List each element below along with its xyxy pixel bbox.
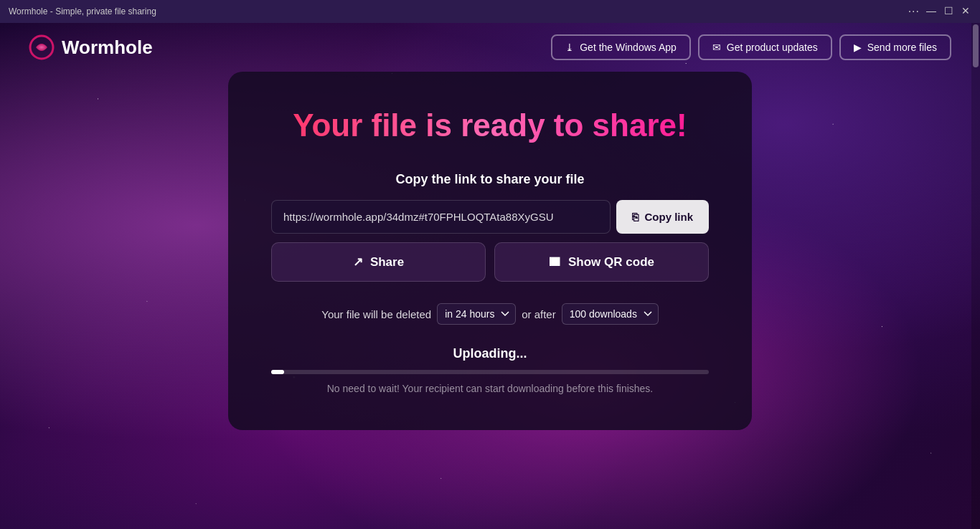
deletion-or: or after xyxy=(522,308,556,320)
email-icon: ✉ xyxy=(712,42,721,53)
send-more-files-button[interactable]: ▶ Send more files xyxy=(839,34,951,60)
show-qr-button[interactable]: ⯀ Show QR code xyxy=(494,242,709,282)
share-button[interactable]: ↗ Share xyxy=(271,242,486,282)
copy-link-button[interactable]: ⎘ Copy link xyxy=(616,200,709,234)
share-label: Share xyxy=(370,255,404,270)
main-card: Your file is ready to share! Copy the li… xyxy=(228,72,752,430)
logo-text: Wormhole xyxy=(62,37,153,59)
windows-app-label: Get the Windows App xyxy=(580,42,677,53)
window-controls: ··· — ☐ ✕ xyxy=(908,5,971,18)
close-button[interactable]: ✕ xyxy=(960,5,971,16)
action-row: ↗ Share ⯀ Show QR code xyxy=(271,242,709,282)
product-updates-label: Get product updates xyxy=(727,42,818,53)
qr-label: Show QR code xyxy=(568,255,654,270)
download-icon: ⤓ xyxy=(565,42,574,53)
uploading-section: Uploading... No need to wait! Your recip… xyxy=(271,346,709,394)
titlebar: Wormhole - Simple, private file sharing … xyxy=(0,0,980,23)
minimize-button[interactable]: — xyxy=(925,5,937,16)
maximize-button[interactable]: ☐ xyxy=(943,5,954,16)
header: Wormhole ⤓ Get the Windows App ✉ Get pro… xyxy=(0,23,980,72)
wormhole-logo-icon xyxy=(29,34,55,60)
copy-icon: ⎘ xyxy=(632,211,639,223)
deletion-time-select[interactable]: in 24 hours in 48 hours in 7 days xyxy=(437,303,516,325)
get-windows-app-button[interactable]: ⤓ Get the Windows App xyxy=(551,34,691,60)
deletion-downloads-select[interactable]: 100 downloads 50 downloads 10 downloads … xyxy=(562,303,659,325)
link-row: ⎘ Copy link xyxy=(271,200,709,234)
qr-icon: ⯀ xyxy=(549,255,561,270)
logo: Wormhole xyxy=(29,34,153,60)
scrollbar[interactable] xyxy=(971,23,980,529)
progress-bar xyxy=(271,370,709,374)
more-options-icon[interactable]: ··· xyxy=(908,5,920,18)
uploading-note: No need to wait! Your recipient can star… xyxy=(271,383,709,394)
send-more-label: Send more files xyxy=(867,42,937,53)
progress-bar-fill xyxy=(271,370,284,374)
get-product-updates-button[interactable]: ✉ Get product updates xyxy=(698,34,832,60)
ready-title: Your file is ready to share! xyxy=(271,108,709,143)
uploading-text: Uploading... xyxy=(271,346,709,361)
copy-label: Copy the link to share your file xyxy=(271,172,709,187)
share-icon: ↗ xyxy=(353,254,363,270)
copy-link-label: Copy link xyxy=(644,211,693,223)
window-title: Wormhole - Simple, private file sharing xyxy=(9,6,156,16)
deletion-prefix: Your file will be deleted xyxy=(321,308,431,320)
send-icon: ▶ xyxy=(854,42,862,53)
deletion-row: Your file will be deleted in 24 hours in… xyxy=(271,303,709,325)
share-link-input[interactable] xyxy=(271,200,611,234)
header-buttons: ⤓ Get the Windows App ✉ Get product upda… xyxy=(551,34,951,60)
